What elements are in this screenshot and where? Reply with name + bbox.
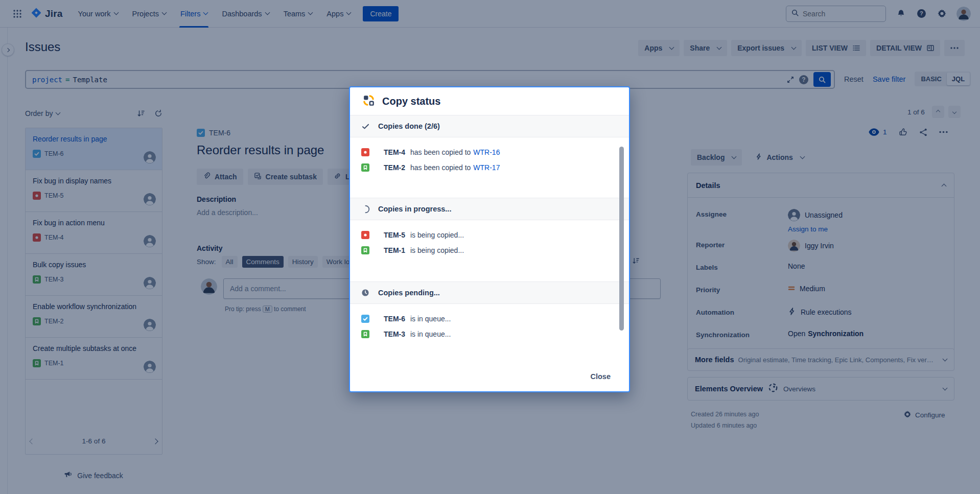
clock-icon xyxy=(361,289,370,297)
dialog-scroll-area: Copies done (2/6) TEM-4 has been copied … xyxy=(350,115,629,362)
close-dialog-button[interactable]: Close xyxy=(586,368,616,385)
copy-status-app-icon xyxy=(362,94,375,109)
bug-icon xyxy=(361,148,369,156)
copied-issue-link[interactable]: WTR-16 xyxy=(473,148,500,156)
copy-row-tem-2: TEM-2 has been copied to WTR-17 xyxy=(350,160,629,175)
bug-icon xyxy=(361,231,369,239)
copy-row-tem-5: TEM-5 is being copied... xyxy=(350,227,629,243)
task-icon xyxy=(361,315,369,323)
story-icon xyxy=(361,163,369,172)
copy-row-tem-6: TEM-6 is in queue... xyxy=(350,311,629,326)
copied-issue-link[interactable]: WTR-17 xyxy=(473,163,500,172)
copy-row-tem-1: TEM-1 is being copied... xyxy=(350,243,629,258)
section-copies-pending: Copies pending... xyxy=(350,281,629,304)
copy-row-tem-4: TEM-4 has been copied to WTR-16 xyxy=(350,145,629,160)
copy-row-tem-3: TEM-3 is in queue... xyxy=(350,326,629,342)
jira-issues-page: Jira Your work Projects Filters Dashboar… xyxy=(0,0,980,494)
spinner-icon xyxy=(361,205,370,214)
story-icon xyxy=(361,246,369,254)
dialog-title: Copy status xyxy=(382,96,440,107)
section-copies-done: Copies done (2/6) xyxy=(350,115,629,137)
section-copies-in-progress: Copies in progress... xyxy=(350,198,629,220)
copy-status-dialog: Copy status Copies done (2/6) TEM-4 has … xyxy=(349,86,630,392)
dialog-scrollbar-thumb[interactable] xyxy=(619,147,624,331)
check-icon xyxy=(361,122,370,131)
story-icon xyxy=(361,330,369,338)
